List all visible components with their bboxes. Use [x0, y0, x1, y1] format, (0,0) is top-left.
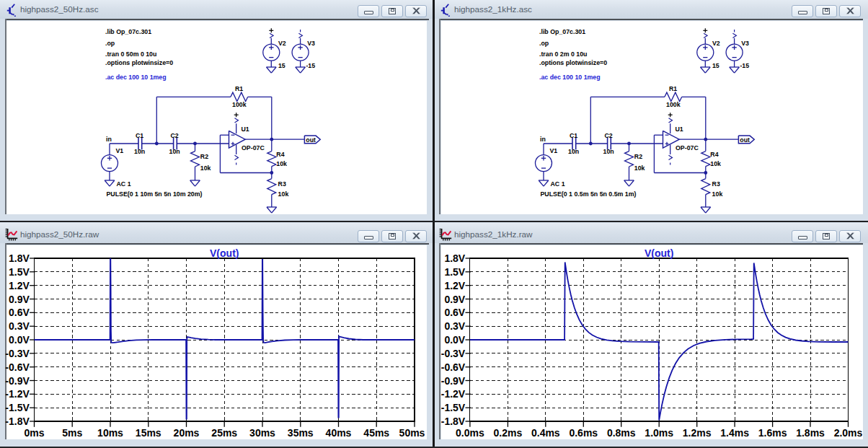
svg-text:V1: V1 [550, 147, 558, 154]
svg-text:-1.5V: -1.5V [5, 402, 30, 413]
svg-text:.options plotwinsize=0: .options plotwinsize=0 [105, 59, 173, 66]
svg-text:.lib Op_07c.301: .lib Op_07c.301 [105, 28, 151, 35]
svg-text:C1: C1 [136, 132, 143, 139]
svg-text:.tran 0 2m 0 10u: .tran 0 2m 0 10u [539, 50, 588, 58]
svg-text:-15: -15 [740, 62, 749, 69]
svg-text:0.9V: 0.9V [9, 294, 30, 305]
svg-text:.op: .op [105, 40, 115, 47]
svg-text:20ms: 20ms [174, 427, 200, 439]
svg-text:R1: R1 [669, 85, 677, 92]
svg-text:40ms: 40ms [326, 427, 352, 439]
svg-text:R2: R2 [200, 153, 208, 160]
svg-text:35ms: 35ms [288, 427, 314, 439]
svg-text:V2: V2 [278, 40, 286, 47]
svg-text:.ac dec 100 10 1meg: .ac dec 100 10 1meg [539, 74, 601, 81]
svg-text:C2: C2 [605, 132, 613, 139]
svg-text:10k: 10k [278, 190, 289, 198]
svg-text:-1.2V: -1.2V [5, 388, 30, 400]
svg-text:5ms: 5ms [62, 427, 82, 439]
svg-text:1.5V: 1.5V [444, 266, 465, 278]
svg-text:C1: C1 [570, 132, 577, 139]
svg-text:R1: R1 [235, 85, 243, 92]
svg-text:1.8ms: 1.8ms [796, 427, 825, 439]
svg-text:10n: 10n [568, 148, 579, 155]
svg-text:1.8V: 1.8V [9, 252, 30, 264]
svg-text:1.5V: 1.5V [9, 266, 30, 278]
svg-text:10n: 10n [603, 148, 614, 155]
svg-text:0ms: 0ms [24, 427, 44, 439]
svg-text:15: 15 [278, 62, 285, 69]
svg-text:30ms: 30ms [249, 427, 275, 439]
svg-text:out: out [306, 136, 316, 144]
svg-text:0.3V: 0.3V [9, 320, 30, 332]
svg-text:1.4ms: 1.4ms [720, 427, 749, 439]
svg-text:in: in [540, 136, 546, 143]
svg-text:10k: 10k [276, 160, 287, 167]
svg-text:.lib Op_07c.301: .lib Op_07c.301 [539, 28, 585, 35]
svg-text:0.0V: 0.0V [9, 334, 30, 346]
svg-text:1.2V: 1.2V [444, 280, 465, 291]
svg-text:1.2V: 1.2V [9, 280, 30, 291]
svg-text:C2: C2 [171, 132, 179, 139]
svg-text:V2: V2 [712, 40, 720, 47]
svg-text:-1.8V: -1.8V [5, 416, 30, 427]
svg-text:0.6V: 0.6V [9, 307, 30, 318]
svg-text:25ms: 25ms [211, 427, 237, 439]
svg-text:-15: -15 [306, 62, 315, 69]
svg-text:R4: R4 [276, 151, 284, 158]
svg-text:2.0ms: 2.0ms [834, 427, 863, 439]
svg-text:0.2ms: 0.2ms [494, 427, 523, 439]
svg-text:R3: R3 [712, 180, 720, 188]
svg-text:10k: 10k [200, 164, 211, 172]
svg-text:0.0V: 0.0V [444, 334, 465, 346]
svg-text:-1.8V: -1.8V [441, 416, 466, 427]
svg-text:V1: V1 [116, 147, 124, 154]
svg-text:0.9V: 0.9V [444, 294, 465, 305]
svg-text:1.0ms: 1.0ms [645, 427, 673, 439]
svg-text:R4: R4 [710, 151, 718, 158]
svg-text:.tran 0 50m 0 10u: .tran 0 50m 0 10u [105, 50, 156, 58]
svg-text:V(out): V(out) [645, 247, 673, 259]
svg-text:0.6ms: 0.6ms [569, 427, 598, 439]
svg-text:AC 1: AC 1 [551, 180, 565, 188]
svg-text:1.8V: 1.8V [444, 252, 465, 264]
svg-text:10n: 10n [169, 148, 180, 155]
svg-text:0.8ms: 0.8ms [607, 427, 636, 439]
svg-text:0.0ms: 0.0ms [456, 427, 484, 439]
svg-text:V3: V3 [741, 40, 749, 47]
svg-text:R2: R2 [634, 153, 642, 160]
svg-text:1.6ms: 1.6ms [758, 427, 787, 439]
svg-text:10ms: 10ms [97, 427, 123, 439]
svg-text:U1: U1 [676, 126, 683, 133]
svg-text:.op: .op [539, 40, 549, 47]
svg-text:PULSE(0 1 10m 5n 5n 10m 20m): PULSE(0 1 10m 5n 5n 10m 20m) [107, 190, 203, 198]
svg-text:.ac dec 100 10 1meg: .ac dec 100 10 1meg [105, 74, 167, 81]
svg-text:15: 15 [712, 62, 719, 69]
svg-text:-0.3V: -0.3V [441, 348, 466, 359]
svg-text:10k: 10k [634, 164, 645, 172]
svg-text:0.6V: 0.6V [444, 307, 465, 318]
svg-text:AC 1: AC 1 [117, 180, 131, 188]
svg-text:PULSE(0 1 0.5m 5n 5n 0.5m 1m): PULSE(0 1 0.5m 5n 5n 0.5m 1m) [541, 190, 637, 198]
svg-text:.options plotwinsize=0: .options plotwinsize=0 [539, 59, 607, 66]
svg-text:out: out [740, 136, 750, 144]
svg-text:10k: 10k [712, 190, 723, 198]
svg-text:45ms: 45ms [363, 427, 389, 439]
svg-text:0.4ms: 0.4ms [531, 427, 560, 439]
svg-text:10n: 10n [134, 148, 145, 155]
svg-text:50ms: 50ms [399, 427, 425, 439]
svg-text:OP-07C: OP-07C [242, 144, 265, 151]
svg-text:-0.9V: -0.9V [5, 375, 30, 387]
svg-text:V(out): V(out) [210, 247, 239, 259]
svg-text:100k: 100k [232, 101, 247, 108]
svg-text:10k: 10k [710, 160, 721, 167]
svg-text:-1.2V: -1.2V [441, 388, 466, 400]
svg-text:U1: U1 [242, 126, 249, 133]
svg-text:15ms: 15ms [136, 427, 161, 439]
svg-text:in: in [106, 136, 112, 143]
svg-text:V3: V3 [307, 40, 315, 47]
svg-text:-1.5V: -1.5V [441, 402, 466, 413]
svg-text:-0.3V: -0.3V [5, 348, 30, 359]
svg-text:OP-07C: OP-07C [676, 144, 699, 151]
svg-text:100k: 100k [666, 101, 681, 108]
